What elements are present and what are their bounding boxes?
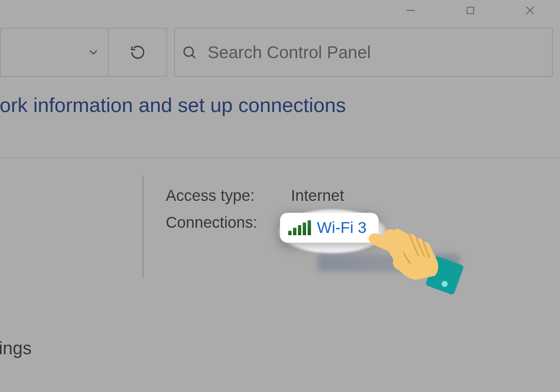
svg-point-7 [442,281,448,287]
control-panel-window-fragment: er Search Control Panel work information… [0,0,560,392]
access-type-label: Access type: [166,187,257,205]
access-type-value: Internet [291,187,344,205]
connections-label: Connections: [166,214,257,231]
refresh-icon [130,44,146,60]
maximize-icon [465,5,476,16]
search-placeholder: Search Control Panel [208,42,371,62]
page-heading-fragment: work information and set up connections [0,93,346,116]
svg-rect-1 [467,7,474,14]
search-icon [181,44,197,60]
close-button[interactable] [500,0,560,21]
wifi-signal-icon [288,220,311,235]
chevron-down-icon [87,46,100,59]
svg-point-4 [184,47,193,56]
close-icon [524,4,536,17]
obscured-network-name [317,254,459,272]
minimize-icon [404,4,417,17]
wifi-connection-label: Wi-Fi 3 [317,219,367,237]
section-divider [0,158,560,158]
vertical-divider [143,175,143,278]
search-input[interactable]: Search Control Panel [174,28,553,77]
breadcrumb-segment[interactable]: er [0,28,109,76]
maximize-button[interactable] [441,0,500,21]
window-chrome [381,0,560,21]
address-breadcrumb[interactable]: er [0,28,167,77]
toolbar: er Search Control Panel [0,28,560,77]
refresh-button[interactable] [109,28,167,76]
minimize-button[interactable] [381,0,441,21]
wifi-connection-link[interactable]: Wi-Fi 3 [280,213,379,243]
svg-line-5 [192,55,195,58]
settings-text-fragment: ttings [0,338,32,358]
